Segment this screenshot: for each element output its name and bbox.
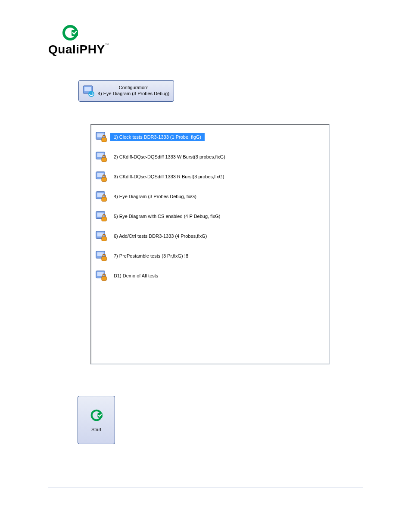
svg-rect-7 (102, 138, 106, 142)
list-item[interactable]: 2) CKdiff-DQse-DQSdiff 1333 W Burst(3 pr… (95, 149, 325, 165)
config-locked-icon (95, 131, 108, 143)
list-item-label: 5) Eye Diagram with CS enabled (4 P Debu… (110, 212, 224, 220)
configuration-line1: Configuration: (119, 85, 149, 90)
list-item-label: D1) Demo of All tests (110, 272, 162, 280)
config-locked-icon (95, 210, 108, 223)
config-locked-icon (95, 190, 108, 203)
list-item-label: 2) CKdiff-DQse-DQSdiff 1333 W Burst(3 pr… (110, 153, 229, 161)
configuration-button[interactable]: Configuration: 4) Eye Diagram (3 Probes … (78, 80, 174, 102)
list-item[interactable]: 6) Add/Ctrl tests DDR3-1333 (4 Probes,fi… (95, 228, 325, 244)
qualiphy-start-icon (89, 408, 104, 423)
svg-rect-3 (84, 87, 91, 91)
svg-rect-28 (102, 277, 106, 280)
list-item[interactable]: D1) Demo of All tests (95, 268, 325, 283)
configuration-list-panel: 1) Clock tests DDR3-1333 (1 Probe, figG)… (90, 124, 330, 364)
brand-left: Quali (48, 43, 80, 56)
configuration-icon (81, 84, 96, 98)
svg-rect-16 (102, 197, 106, 201)
svg-rect-22 (102, 237, 106, 241)
list-item-label: 3) CKdiff-DQse-DQSdiff 1333 R Burst(3 pr… (110, 173, 227, 180)
start-label: Start (91, 427, 101, 432)
qualiphy-mark-icon (61, 24, 109, 42)
svg-rect-10 (102, 158, 106, 162)
list-item[interactable]: 5) Eye Diagram with CS enabled (4 P Debu… (95, 208, 325, 224)
config-locked-icon (95, 269, 108, 282)
brand-tm: ™ (105, 43, 110, 47)
config-locked-icon (95, 230, 108, 243)
list-item[interactable]: 1) Clock tests DDR3-1333 (1 Probe, figG) (95, 129, 325, 145)
footer-divider (48, 488, 363, 488)
config-locked-icon (95, 249, 108, 262)
list-item-label: 6) Add/Ctrl tests DDR3-1333 (4 Probes,fi… (110, 232, 210, 240)
list-item[interactable]: 7) PrePostamble tests (3 Pr,fixG) !!! (95, 248, 325, 264)
list-item[interactable]: 4) Eye Diagram (3 Probes Debug, fixG) (95, 189, 325, 204)
brand-text: QualiPHY™ (48, 43, 109, 56)
list-item-label: 1) Clock tests DDR3-1333 (1 Probe, figG) (110, 133, 205, 141)
configuration-label: Configuration: 4) Eye Diagram (3 Probes … (96, 85, 171, 97)
config-locked-icon (95, 170, 108, 183)
list-item-label: 4) Eye Diagram (3 Probes Debug, fixG) (110, 193, 200, 200)
brand-logo: QualiPHY™ (48, 24, 109, 56)
list-item[interactable]: 3) CKdiff-DQse-DQSdiff 1333 R Burst(3 pr… (95, 169, 325, 184)
list-item-label: 7) PrePostamble tests (3 Pr,fixG) !!! (110, 252, 192, 260)
configuration-line2: 4) Eye Diagram (3 Probes Debug) (98, 91, 169, 96)
start-button[interactable]: Start (78, 396, 115, 444)
svg-rect-25 (102, 257, 106, 261)
config-locked-icon (95, 150, 108, 163)
svg-rect-13 (102, 177, 106, 181)
brand-right: PHY (80, 43, 105, 56)
svg-rect-19 (102, 217, 106, 221)
